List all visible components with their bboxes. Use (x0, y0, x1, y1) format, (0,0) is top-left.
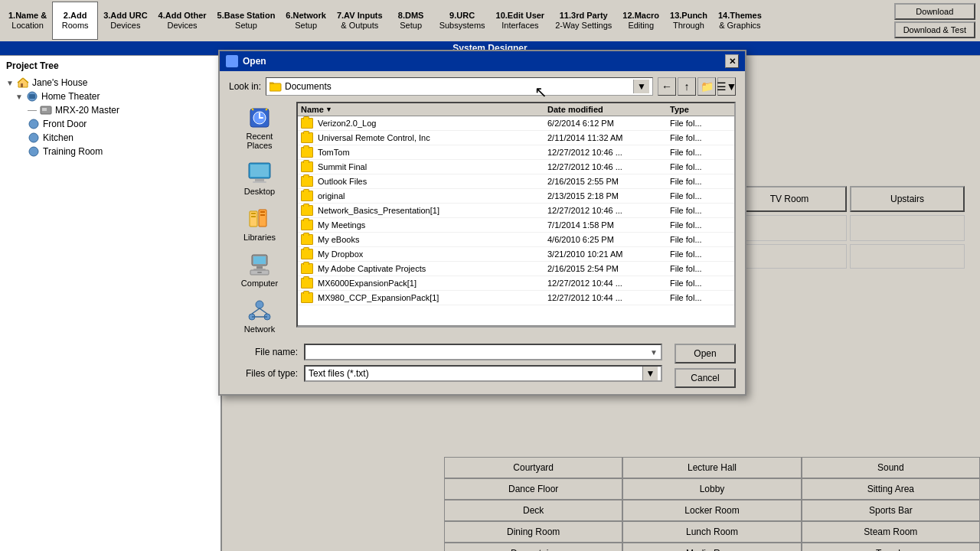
file-row[interactable]: MX980_CCP_ExpansionPack[1] 12/27/2012 10… (298, 291, 734, 305)
col-type[interactable]: Type (670, 105, 731, 114)
room-icon (26, 90, 38, 103)
place-computer[interactable]: Computer (233, 249, 286, 292)
menu-urc[interactable]: 9.URC Subsystems (434, 2, 491, 40)
menu-3rd-party[interactable]: 11.3rd Party 2-Way Settings (550, 2, 617, 40)
room-btn-upstairs[interactable]: Upstairs (850, 186, 965, 212)
room-btn-empty2[interactable] (850, 215, 965, 241)
room-sports-bar[interactable]: Sports Bar (802, 500, 980, 521)
room-media-room[interactable]: Media Room (622, 543, 801, 551)
menu-base-station[interactable]: 5.Base Station Setup (212, 2, 281, 40)
file-row[interactable]: Summit Final 12/27/2012 10:46 ... File f… (298, 160, 734, 174)
room-sitting-area[interactable]: Sitting Area (802, 478, 980, 500)
col-date[interactable]: Date modified (547, 105, 670, 114)
room-btn-tv[interactable]: TV Room (732, 186, 847, 212)
file-type-cell: File fol... (670, 206, 731, 215)
file-row[interactable]: Outlook Files 2/16/2015 2:55 PM File fol… (298, 174, 734, 189)
place-desktop[interactable]: Desktop (233, 157, 286, 200)
menu-macro[interactable]: 12.Macro Editing (617, 2, 665, 40)
room-lecture-hall[interactable]: Lecture Hall (622, 457, 801, 478)
download-test-button[interactable]: Download & Test (894, 21, 975, 38)
svg-point-5 (29, 119, 38, 129)
folder-icon (301, 147, 313, 158)
menu-themes[interactable]: 14.Themes & Graphics (713, 2, 767, 40)
room-btn-empty4[interactable] (732, 244, 847, 269)
file-date-cell: 12/27/2012 10:44 ... (547, 279, 670, 288)
new-folder-button[interactable]: 📁 (697, 77, 716, 96)
file-row[interactable]: My Meetings 7/1/2014 1:58 PM File fol... (298, 218, 734, 233)
download-button[interactable]: Download (894, 3, 975, 20)
svg-rect-19 (260, 211, 265, 213)
room-courtyard[interactable]: Courtyard (444, 457, 622, 478)
dialog-close-button[interactable]: ✕ (725, 54, 739, 68)
folder-icon (301, 118, 313, 129)
menu-add-other[interactable]: 4.Add Other Devices (153, 2, 212, 40)
folder-icon (301, 263, 313, 274)
look-in-dropdown[interactable]: Documents ▼ (266, 77, 653, 96)
scroll-track-h[interactable] (310, 326, 722, 328)
room-downstairs[interactable]: Downstairs (444, 543, 622, 551)
file-date-cell: 3/21/2010 10:21 AM (547, 249, 670, 259)
file-row[interactable]: TomTom 12/27/2012 10:46 ... File fol... (298, 145, 734, 160)
file-name-input[interactable] (309, 347, 648, 357)
files-of-type-select[interactable]: Text files (*.txt) ▼ (304, 365, 662, 382)
room-locker-room[interactable]: Locker Room (622, 500, 801, 521)
file-row[interactable]: My Dropbox 3/21/2010 10:21 AM File fol..… (298, 247, 734, 262)
tree-front-door[interactable]: Front Door (24, 117, 217, 131)
look-in-arrow[interactable]: ▼ (633, 80, 649, 93)
file-row[interactable]: Network_Basics_Presentation[1] 12/27/201… (298, 204, 734, 218)
janes-house-label: Jane's House (32, 77, 87, 88)
menu-add-urc[interactable]: 3.Add URC Devices (98, 2, 152, 40)
file-row[interactable]: Verizon2.0_Log 6/2/2014 6:12 PM File fol… (298, 116, 734, 131)
file-row[interactable]: Universal Remote Control, Inc 2/11/2014 … (298, 131, 734, 145)
tree-training-room[interactable]: Training Room (24, 145, 217, 158)
room-dance-floor[interactable]: Dance Floor (444, 478, 622, 500)
file-row[interactable]: My Adobe Captivate Projects 2/16/2015 2:… (298, 262, 734, 276)
tree-kitchen[interactable]: Kitchen (24, 131, 217, 145)
scroll-left-button[interactable]: ◀ (298, 326, 310, 328)
places-panel: Recent Places Desktop (229, 102, 290, 337)
training-room-label: Training Room (43, 146, 103, 157)
file-name-dropdown-arrow[interactable]: ▼ (650, 348, 658, 357)
file-date-cell: 12/27/2012 10:46 ... (547, 148, 670, 157)
room-lunch-room[interactable]: Lunch Room (622, 521, 801, 543)
file-row[interactable]: original 2/13/2015 2:18 PM File fol... (298, 189, 734, 204)
room-lobby[interactable]: Lobby (622, 478, 801, 500)
tree-janes-house[interactable]: ▼ Jane's House (3, 76, 217, 90)
dialog-icon (226, 55, 238, 67)
tree-mrx20[interactable]: — MRX-20 Master (24, 103, 217, 117)
place-network[interactable]: Network (233, 295, 286, 337)
room-sound[interactable]: Sound (802, 457, 980, 478)
room-deck[interactable]: Deck (444, 500, 622, 521)
room-btn-empty5[interactable] (850, 244, 965, 269)
tree-home-theater[interactable]: ▼ Home Theater (12, 90, 217, 103)
room-temple[interactable]: Temple (802, 543, 980, 551)
open-button[interactable]: Open (675, 344, 736, 364)
scrollbar-horizontal[interactable]: ◀ ▶ (298, 325, 734, 328)
menu-edit-user[interactable]: 10.Edit User Interfaces (491, 2, 550, 40)
cancel-button[interactable]: Cancel (675, 368, 736, 388)
room-btn-empty1[interactable] (732, 215, 847, 241)
nav-up-button[interactable]: ↑ (678, 77, 696, 96)
menu-name-location[interactable]: 1.Name & Location (3, 2, 52, 40)
file-row[interactable]: MX6000ExpansionPack[1] 12/27/2012 10:44 … (298, 276, 734, 291)
file-list-container: Recent Places Desktop (229, 102, 736, 337)
room-steam-room[interactable]: Steam Room (802, 521, 980, 543)
view-menu-button[interactable]: ☰▼ (717, 77, 736, 96)
file-name-cell: My Meetings (318, 220, 547, 230)
svg-point-7 (29, 147, 38, 156)
room-dining-room[interactable]: Dining Room (444, 521, 622, 543)
place-libraries[interactable]: Libraries (233, 203, 286, 246)
menu-add-rooms[interactable]: 2.Add Rooms (52, 2, 98, 40)
nav-back-button[interactable]: ← (658, 77, 676, 96)
file-row[interactable]: My eBooks 4/6/2010 6:25 PM File fol... (298, 233, 734, 247)
file-name-cell: Universal Remote Control, Inc (318, 133, 547, 142)
menu-dms[interactable]: 8.DMS Setup (388, 2, 434, 40)
menu-punch[interactable]: 13.Punch Through (665, 2, 713, 40)
place-recent[interactable]: Recent Places (233, 102, 286, 154)
file-date-cell: 2/16/2015 2:54 PM (547, 264, 670, 273)
menu-network[interactable]: 6.Network Setup (280, 2, 332, 40)
files-of-type-arrow[interactable]: ▼ (642, 367, 658, 380)
scroll-right-button[interactable]: ▶ (722, 326, 734, 328)
col-name[interactable]: Name ▼ (301, 105, 547, 114)
menu-av-inputs[interactable]: 7.AV Inputs & Outputs (332, 2, 388, 40)
